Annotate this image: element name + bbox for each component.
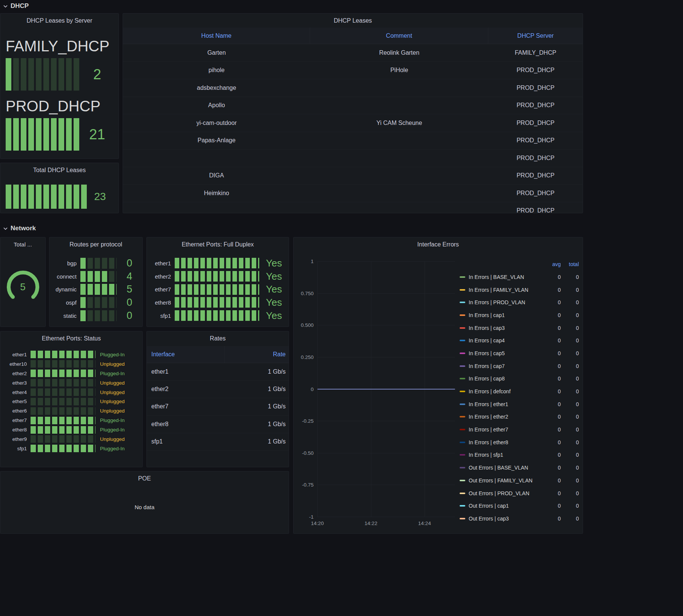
table-row: sfp11 Gb/s (147, 433, 289, 451)
y-tick: -1 (309, 514, 314, 520)
legend-item[interactable]: In Errors | defconf00 (460, 385, 579, 398)
legend-item[interactable]: Out Errors | BASE_VLAN00 (460, 461, 579, 474)
cell-comment: Yi CAM Scheune (310, 114, 489, 132)
port-status: Unplugged (95, 361, 125, 367)
legend-item[interactable]: Out Errors | PROD_VLAN00 (460, 487, 579, 500)
series-color-swatch (460, 340, 465, 341)
column-header-comment[interactable]: Comment (310, 28, 489, 44)
table-row: ether11 Gb/s (147, 363, 289, 380)
legend-item[interactable]: Out Errors | FAMILY_VLAN00 (460, 474, 579, 487)
cell-server: PROD_DHCP (488, 132, 583, 149)
table-row: adsbexchangePROD_DHCP (123, 79, 583, 97)
legend-item[interactable]: In Errors | ether700 (460, 423, 579, 436)
series-total: 0 (561, 503, 579, 509)
legend-item[interactable]: Out Errors | cap300 (460, 512, 579, 525)
panel-title[interactable]: Ethernet Ports: Full Duplex (147, 237, 289, 251)
legend-item[interactable]: In Errors | sfp100 (460, 449, 579, 462)
panel-dhcp-leases-by-server: DHCP Leases by Server FAMILY_DHCP 2 PROD… (0, 13, 119, 159)
series-total: 0 (561, 274, 579, 280)
legend-item[interactable]: In Errors | ether100 (460, 398, 579, 411)
port-label: ether2 (147, 273, 175, 280)
route-count: 0 (117, 257, 142, 269)
series-avg: 0 (543, 414, 561, 420)
x-axis: 14:20 14:22 14:24 (317, 521, 455, 528)
bar-gauge-row: 21 (6, 118, 113, 151)
port-label: ether10 (0, 361, 31, 367)
port-label: ether4 (0, 390, 31, 395)
panel-title[interactable]: Interface Errors (294, 237, 583, 251)
panel-title[interactable]: DHCP Leases (123, 14, 583, 28)
series-color-swatch (460, 480, 465, 481)
port-status: Unplugged (95, 399, 125, 404)
series-avg: 0 (543, 401, 561, 407)
series-avg: 0 (543, 274, 561, 280)
network-section-toggle[interactable]: Network (3, 223, 36, 234)
y-tick: 0.750 (301, 290, 314, 296)
legend-item[interactable]: In Errors | cap400 (460, 334, 579, 347)
bar-gauge (80, 258, 117, 269)
legend-item[interactable]: In Errors | cap800 (460, 373, 579, 385)
panel-total-routes: Total ... 5 (0, 237, 46, 327)
series-color-swatch (460, 353, 465, 354)
dhcp-section-toggle[interactable]: DHCP (3, 1, 29, 11)
legend-item[interactable]: In Errors | ether800 (460, 436, 579, 449)
duplex-value: Yes (259, 310, 289, 322)
protocol-label: bgp (49, 260, 80, 266)
column-header-interface[interactable]: Interface (147, 346, 225, 363)
series-color-swatch (460, 493, 465, 494)
bar-gauge (31, 370, 95, 377)
series-total: 0 (561, 350, 579, 356)
cell-server: PROD_DHCP (488, 167, 583, 185)
panel-title[interactable]: Routes per protocol (49, 237, 142, 251)
legend-item[interactable]: In Errors | BASE_VLAN00 (460, 271, 579, 283)
series-avg: 0 (543, 516, 561, 522)
panel-title[interactable]: POE (0, 471, 289, 485)
column-header-host-name[interactable]: Host Name (123, 28, 310, 44)
legend-sort-total[interactable]: total (561, 261, 579, 267)
series-label: In Errors | BASE_VLAN (469, 274, 543, 280)
cell-rate: 1 Gb/s (225, 386, 289, 393)
column-header-dhcp-server[interactable]: DHCP Server (488, 28, 583, 44)
series-total: 0 (561, 516, 579, 522)
legend-sort-avg[interactable]: avg (543, 261, 561, 267)
port-status: Unplugged (95, 390, 125, 395)
table-row: DIGAPROD_DHCP (123, 167, 583, 185)
protocol-label: ospf (49, 299, 80, 306)
bar-gauge (175, 297, 259, 308)
legend-item[interactable]: Out Errors | cap100 (460, 499, 579, 512)
panel-routes-per-protocol: Routes per protocol bgp0 connect4 dynami… (49, 237, 143, 327)
series-avg: 0 (543, 287, 561, 293)
table-row: ether81 Gb/s (147, 416, 289, 433)
series-avg: 0 (543, 299, 561, 305)
panel-title[interactable]: Ethernet Ports: Status (0, 331, 142, 345)
legend-item[interactable]: In Errors | cap100 (460, 309, 579, 322)
panel-port-status: Ethernet Ports: Status ether1Plugged-In … (0, 331, 143, 467)
series-color-swatch (460, 391, 465, 392)
duplex-value: Yes (259, 257, 289, 269)
legend-item[interactable]: In Errors | FAMILY_VLAN00 (460, 283, 579, 296)
panel-title[interactable]: Rates (147, 331, 289, 345)
panel-title[interactable]: Total DHCP Leases (0, 163, 118, 177)
cell-host: DIGA (123, 167, 310, 185)
legend-item[interactable]: In Errors | cap300 (460, 322, 579, 334)
legend-item[interactable]: In Errors | cap700 (460, 360, 579, 373)
port-label: ether3 (0, 380, 31, 386)
cell-comment (310, 202, 489, 214)
panel-title[interactable]: DHCP Leases by Server (0, 14, 118, 28)
series-avg: 0 (543, 477, 561, 484)
series-label: In Errors | cap8 (469, 376, 543, 382)
legend-item[interactable]: In Errors | cap500 (460, 347, 579, 360)
series-label: In Errors | cap1 (469, 312, 543, 318)
column-header-rate[interactable]: Rate (225, 346, 289, 363)
bar-gauge (175, 310, 259, 321)
time-series-plot[interactable] (317, 261, 455, 517)
duplex-row: ether7Yes (147, 283, 289, 296)
port-status-row: ether6Unplugged (0, 406, 142, 416)
port-status: Plugged-In (95, 371, 125, 376)
cell-host: Heimkino (123, 185, 310, 202)
table-row: ether21 Gb/s (147, 380, 289, 398)
duplex-row: ether2Yes (147, 270, 289, 283)
legend-item[interactable]: In Errors | PROD_VLAN00 (460, 296, 579, 309)
legend-item[interactable]: In Errors | ether200 (460, 411, 579, 424)
panel-title[interactable]: Total ... (0, 237, 45, 251)
